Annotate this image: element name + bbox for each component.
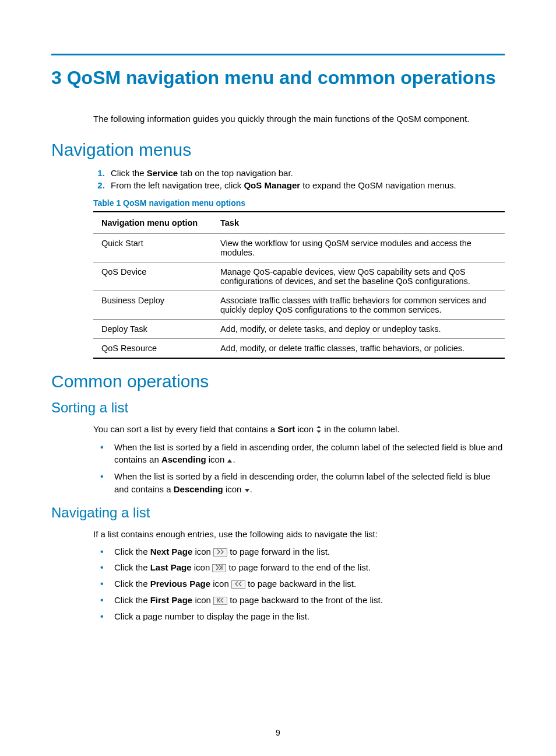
table-row: Quick Start View the workflow for using … [93,233,505,262]
table-header-task: Task [212,212,505,234]
text: You can sort a list by every field that … [93,424,277,434]
ascending-icon [227,454,233,467]
section-common-operations: Common operations [51,372,505,391]
text: to page backward in the list. [245,579,356,589]
list-item: When the list is sorted by a field in de… [93,470,505,496]
subsection-navigating: Navigating a list [51,505,505,521]
text: icon [295,424,316,434]
table-row: QoS Resource Add, modify, or delete traf… [93,338,505,358]
step-bold: QoS Manager [244,180,300,190]
document-page: 3 QoSM navigation menu and common operat… [0,0,556,756]
section-navigation-menus: Navigation menus [51,140,505,160]
text: in the column label. [322,424,399,434]
first-page-icon [213,597,227,605]
text: Click the [114,595,150,605]
sorting-bullets: When the list is sorted by a field in as… [93,441,505,496]
text: to page forward to the end of the list. [226,562,371,572]
sort-icon [316,424,322,436]
table-cell-task: Add, modify, or delete traffic classes, … [212,338,505,358]
text: Click the [114,579,150,589]
table-cell-task: Manage QoS-capable devices, view QoS cap… [212,262,505,290]
text: icon [192,547,213,556]
step-text: Click the [111,168,147,178]
last-page-icon [212,564,226,572]
chapter-title: 3 QoSM navigation menu and common operat… [51,66,505,90]
table-cell-option: QoS Resource [93,338,212,358]
descending-icon [244,484,250,496]
table-header-row: Navigation menu option Task [93,212,505,234]
table-cell-option: Business Deploy [93,290,212,319]
text: to page backward to the front of the lis… [227,595,383,605]
navigating-bullets: Click the Next Page icon to page forward… [93,545,505,623]
table-row: Deploy Task Add, modify, or delete tasks… [93,319,505,338]
step-text: From the left navigation tree, click [111,180,244,190]
bold-text: Next Page [150,547,193,556]
table-cell-option: Deploy Task [93,319,212,338]
bold-text: Sort [277,424,295,434]
text: icon [192,595,213,605]
list-item: When the list is sorted by a field in as… [93,441,505,467]
text: . [250,484,252,494]
subsection-sorting: Sorting a list [51,400,505,416]
previous-page-icon [231,580,245,589]
table-caption: Table 1 QoSM navigation menu options [93,198,505,208]
navigation-options-table: Navigation menu option Task Quick Start … [93,211,505,359]
text: Click a page number to display the page … [114,611,309,621]
bold-text: Ascending [161,454,206,464]
intro-paragraph: The following information guides you qui… [93,114,505,124]
step-2: From the left navigation tree, click QoS… [107,180,505,190]
text: icon [210,579,231,589]
bold-text: First Page [150,595,193,605]
table-cell-option: QoS Device [93,262,212,290]
table-cell-task: Associate traffic classes with traffic b… [212,290,505,319]
text: . [233,454,235,464]
table-header-option: Navigation menu option [93,212,212,234]
top-rule [51,54,505,55]
step-text: tab on the top navigation bar. [178,168,293,178]
text: icon [206,454,227,464]
bold-text: Last Page [150,562,192,572]
list-item: Click the First Page icon to page backwa… [93,594,505,607]
list-item: Click a page number to display the page … [93,610,505,623]
table-cell-option: Quick Start [93,233,212,262]
text: to page forward in the list. [227,547,330,556]
step-text: to expand the QoSM navigation menus. [300,180,456,190]
text: icon [192,562,213,572]
sorting-intro: You can sort a list by every field that … [93,423,505,436]
navigating-intro: If a list contains enough entries, use t… [93,528,505,541]
navigation-steps-list: Click the Service tab on the top navigat… [93,168,505,190]
next-page-icon [213,548,227,556]
table-cell-task: Add, modify, or delete tasks, and deploy… [212,319,505,338]
list-item: Click the Next Page icon to page forward… [93,545,505,558]
bold-text: Previous Page [150,579,210,589]
step-bold: Service [147,168,178,178]
text: icon [223,484,244,494]
bold-text: Descending [174,484,223,494]
text: Click the [114,547,150,556]
table-row: QoS Device Manage QoS-capable devices, v… [93,262,505,290]
list-item: Click the Last Page icon to page forward… [93,561,505,574]
step-1: Click the Service tab on the top navigat… [107,168,505,178]
page-number: 9 [0,728,556,737]
table-cell-task: View the workflow for using QoSM service… [212,233,505,262]
text: When the list is sorted by a field in de… [114,471,490,494]
table-row: Business Deploy Associate traffic classe… [93,290,505,319]
list-item: Click the Previous Page icon to page bac… [93,578,505,590]
text: Click the [114,562,150,572]
